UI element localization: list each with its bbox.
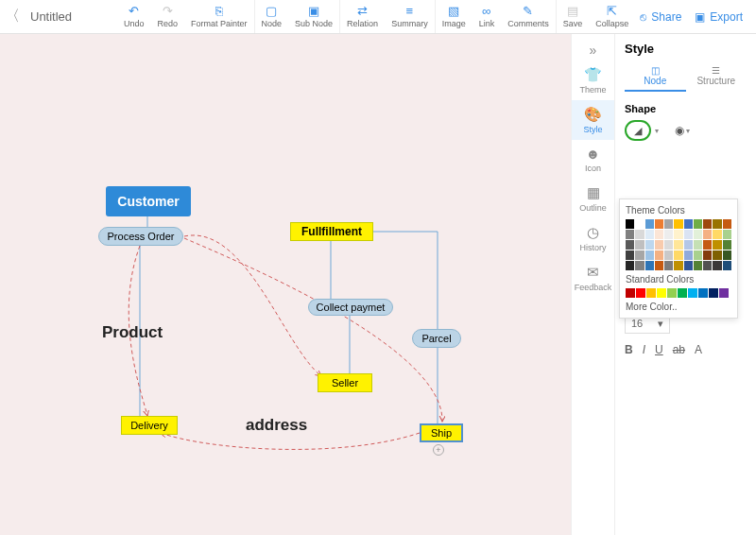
color-swatch[interactable]: [664, 250, 673, 260]
stroke-color-button[interactable]: ◉: [672, 122, 693, 139]
back-button[interactable]: 〈: [0, 0, 25, 33]
color-swatch[interactable]: [645, 261, 654, 270]
redo-button[interactable]: ↷Redo: [151, 0, 185, 33]
rail-icon[interactable]: ☻Icon: [572, 140, 614, 179]
color-swatch[interactable]: [626, 230, 634, 239]
color-swatch[interactable]: [723, 230, 731, 239]
fill-color-button[interactable]: ◢: [625, 120, 651, 141]
color-swatch[interactable]: [655, 250, 663, 260]
comments-button[interactable]: ✎Comments: [501, 0, 556, 33]
color-swatch[interactable]: [713, 219, 721, 229]
color-swatch[interactable]: [635, 219, 644, 229]
color-swatch[interactable]: [674, 261, 682, 270]
color-swatch[interactable]: [719, 288, 729, 298]
rail-style[interactable]: 🎨Style: [572, 100, 614, 140]
color-swatch[interactable]: [667, 288, 677, 298]
color-swatch[interactable]: [645, 240, 654, 250]
color-swatch[interactable]: [674, 250, 682, 260]
color-swatch[interactable]: [684, 240, 693, 250]
color-swatch[interactable]: [713, 261, 721, 270]
canvas[interactable]: Customer Process Order Fullfillment Coll…: [0, 34, 571, 535]
color-swatch[interactable]: [678, 288, 687, 298]
node-customer[interactable]: Customer: [106, 186, 191, 216]
color-swatch[interactable]: [635, 250, 644, 260]
color-swatch[interactable]: [723, 261, 731, 270]
color-swatch[interactable]: [657, 288, 666, 298]
collapse-button[interactable]: ⇱Collapse: [589, 0, 635, 33]
color-swatch[interactable]: [655, 240, 663, 250]
color-swatch[interactable]: [694, 261, 702, 270]
sub-node-button[interactable]: ▣Sub Node: [288, 0, 339, 33]
color-swatch[interactable]: [688, 288, 697, 298]
color-swatch[interactable]: [694, 250, 702, 260]
color-swatch[interactable]: [664, 261, 673, 270]
color-swatch[interactable]: [723, 240, 731, 250]
color-swatch[interactable]: [626, 240, 634, 250]
share-button[interactable]: ⎋Share: [640, 10, 681, 24]
document-title[interactable]: Untitled: [25, 0, 117, 33]
color-swatch[interactable]: [636, 288, 645, 298]
summary-button[interactable]: ≡Summary: [385, 0, 435, 33]
color-swatch[interactable]: [635, 230, 644, 239]
undo-button[interactable]: ↶Undo: [117, 0, 151, 33]
color-swatch[interactable]: [674, 219, 682, 229]
node-process-order[interactable]: Process Order: [98, 227, 183, 246]
color-swatch[interactable]: [626, 219, 634, 229]
color-swatch[interactable]: [703, 250, 712, 260]
color-swatch[interactable]: [635, 240, 644, 250]
color-swatch[interactable]: [703, 240, 712, 250]
panel-collapse-button[interactable]: »: [572, 40, 614, 60]
italic-button[interactable]: I: [643, 343, 645, 356]
color-swatch[interactable]: [645, 219, 654, 229]
node-ship[interactable]: Ship: [420, 423, 463, 442]
node-fulfillment[interactable]: Fullfillment: [290, 222, 373, 241]
format-painter-button[interactable]: ⎘Format Painter: [184, 0, 254, 33]
color-swatch[interactable]: [684, 250, 693, 260]
tab-structure[interactable]: ☰Structure: [686, 65, 747, 92]
more-color-button[interactable]: More Color..: [626, 302, 731, 312]
color-swatch[interactable]: [713, 250, 721, 260]
text-product[interactable]: Product: [102, 323, 163, 342]
tab-node[interactable]: ◫Node: [625, 65, 686, 92]
node-seller[interactable]: Seller: [318, 373, 372, 392]
strike-button[interactable]: ab: [673, 343, 685, 356]
save-button[interactable]: ▤Save: [556, 0, 590, 33]
color-swatch[interactable]: [655, 230, 663, 239]
rail-theme[interactable]: 👕Theme: [572, 60, 614, 100]
underline-button[interactable]: U: [655, 343, 663, 356]
node-collect-payment[interactable]: Collect paymet: [308, 299, 393, 316]
color-swatch[interactable]: [684, 219, 693, 229]
color-swatch[interactable]: [626, 250, 634, 260]
rail-history[interactable]: ◷History: [572, 218, 614, 258]
add-child-handle[interactable]: +: [433, 444, 444, 456]
font-color-button[interactable]: A: [695, 343, 702, 356]
export-button[interactable]: ▣Export: [695, 10, 743, 24]
rail-feedback[interactable]: ✉Feedback: [572, 258, 614, 298]
color-swatch[interactable]: [713, 240, 721, 250]
color-swatch[interactable]: [645, 250, 654, 260]
color-swatch[interactable]: [655, 261, 663, 270]
color-swatch[interactable]: [645, 230, 654, 239]
color-swatch[interactable]: [694, 240, 702, 250]
color-swatch[interactable]: [703, 261, 712, 270]
color-swatch[interactable]: [684, 261, 693, 270]
relation-button[interactable]: ⇄Relation: [339, 0, 385, 33]
color-swatch[interactable]: [674, 230, 682, 239]
color-swatch[interactable]: [713, 230, 721, 239]
image-button[interactable]: ▧Image: [435, 0, 472, 33]
node-delivery[interactable]: Delivery: [121, 416, 178, 435]
color-swatch[interactable]: [635, 261, 644, 270]
color-swatch[interactable]: [723, 219, 731, 229]
bold-button[interactable]: B: [625, 343, 633, 356]
node-parcel[interactable]: Parcel: [412, 329, 461, 348]
color-swatch[interactable]: [684, 230, 693, 239]
node-button[interactable]: ▢Node: [254, 0, 289, 33]
color-swatch[interactable]: [626, 288, 635, 298]
color-swatch[interactable]: [626, 261, 634, 270]
color-swatch[interactable]: [694, 230, 702, 239]
color-swatch[interactable]: [703, 219, 712, 229]
rail-outline[interactable]: ▦Outline: [572, 179, 614, 218]
color-swatch[interactable]: [655, 219, 663, 229]
color-swatch[interactable]: [664, 240, 673, 250]
color-swatch[interactable]: [723, 250, 731, 260]
